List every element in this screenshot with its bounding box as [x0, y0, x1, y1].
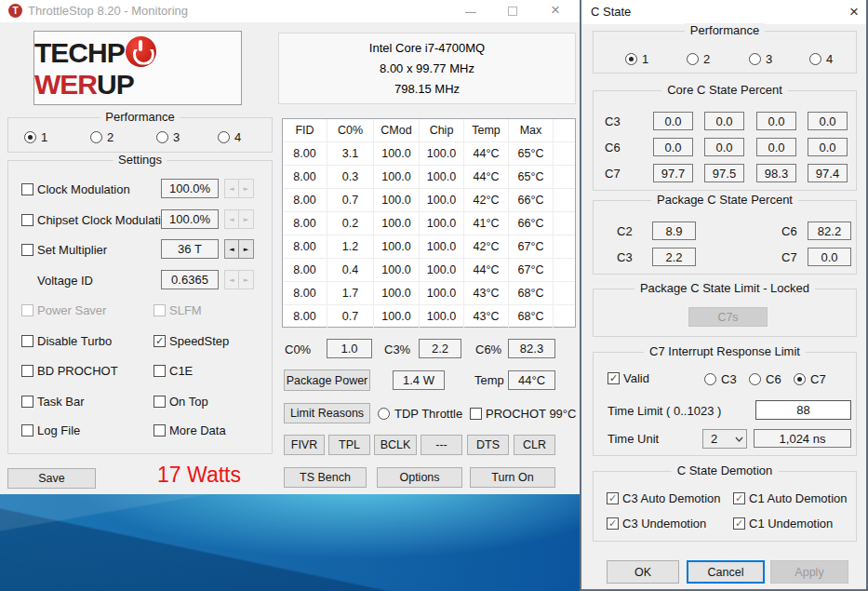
limit-reasons-button[interactable]: Limit Reasons: [284, 403, 370, 423]
radio-icon: [794, 373, 806, 385]
options-button[interactable]: Options: [377, 467, 462, 488]
minimize-icon[interactable]: [465, 12, 476, 13]
temp-label: Temp: [474, 373, 504, 387]
spin-left-icon[interactable]: ◄: [224, 179, 239, 198]
table-cell: 100.0: [420, 142, 464, 166]
radio-icon: [809, 53, 821, 65]
ok-button[interactable]: OK: [607, 560, 679, 584]
dts-button[interactable]: DTS: [467, 435, 509, 455]
irq-c7-radio[interactable]: C7: [794, 372, 826, 386]
spin-right-icon[interactable]: ►: [239, 239, 254, 259]
close-icon[interactable]: ×: [849, 4, 859, 20]
core-c6-value: 0.0: [704, 138, 744, 156]
dialog-title: C State: [591, 5, 631, 19]
maximize-icon[interactable]: [508, 7, 517, 16]
time-unit-dropdown[interactable]: 2: [702, 429, 747, 449]
demotion-group: C State Demotion: [593, 471, 857, 542]
table-cell: 100.0: [374, 142, 420, 166]
dlg-perf-radio-4[interactable]: 4: [809, 52, 833, 66]
log-file-checkbox[interactable]: Log File: [21, 423, 80, 437]
c3-value: 2.2: [419, 339, 461, 358]
radio-icon: [687, 53, 699, 65]
group-title: Core C State Percent: [661, 83, 788, 97]
turn-on-button[interactable]: Turn On: [470, 467, 555, 488]
table-cell: 66°C: [509, 212, 554, 235]
c3-auto-demotion-checkbox[interactable]: C3 Auto Demotion: [607, 491, 721, 505]
table-filler: [554, 282, 575, 305]
c1-undemotion-checkbox[interactable]: C1 Undemotion: [733, 517, 833, 531]
dlg-perf-radio-2[interactable]: 2: [687, 52, 710, 66]
chipset-clock-modulation-spinner[interactable]: ◄►: [224, 209, 254, 229]
group-title: Performance: [685, 23, 765, 37]
dlg-perf-radio-3[interactable]: 3: [749, 52, 772, 66]
table-cell: 0.7: [327, 189, 374, 212]
c3-undemotion-checkbox[interactable]: C3 Undemotion: [607, 517, 706, 531]
core-c3-value: 0.0: [756, 112, 796, 130]
perf-radio-3[interactable]: 3: [156, 130, 180, 144]
task-bar-checkbox[interactable]: Task Bar: [21, 395, 85, 409]
voltage-id-value: 0.6365: [161, 270, 219, 289]
c1-auto-demotion-checkbox[interactable]: C1 Auto Demotion: [733, 491, 848, 505]
voltage-id-label: Voltage ID: [37, 274, 93, 288]
tpl-button[interactable]: TPL: [328, 435, 370, 455]
titlebar[interactable]: T ThrottleStop 8.20 - Monitoring ×: [0, 0, 580, 22]
c-state-dialog: C State × Performance 1 2 3 4 Core C Sta…: [580, 0, 868, 591]
table-header-cell: Max: [509, 119, 554, 142]
dialog-titlebar[interactable]: C State ×: [581, 0, 866, 24]
irq-c6-radio[interactable]: C6: [749, 372, 781, 386]
clock-modulation-checkbox[interactable]: Clock Modulation: [21, 182, 130, 196]
prochot-checkbox[interactable]: PROCHOT 99°C: [470, 407, 576, 421]
package-watts-display: 17 Watts: [147, 463, 251, 488]
tdp-throttle-radio[interactable]: TDP Throttle: [378, 407, 462, 421]
chipset-clock-modulation-checkbox[interactable]: Chipset Clock Modulation: [21, 213, 174, 227]
cpu-info-panel: Intel Core i7-4700MQ 8.00 x 99.77 MHz 79…: [278, 33, 576, 104]
table-cell: 100.0: [420, 235, 464, 259]
close-icon[interactable]: ×: [551, 2, 560, 18]
perf-radio-4[interactable]: 4: [218, 130, 241, 144]
apply-button: Apply: [770, 560, 848, 584]
valid-checkbox[interactable]: Valid: [608, 371, 649, 385]
c1e-checkbox[interactable]: C1E: [154, 364, 193, 378]
cancel-button[interactable]: Cancel: [687, 560, 765, 584]
ts-bench-button[interactable]: TS Bench: [284, 467, 367, 488]
table-cell: 100.0: [374, 305, 420, 329]
irq-c3-radio[interactable]: C3: [704, 372, 737, 386]
table-cell: 8.00: [283, 212, 327, 235]
disable-turbo-checkbox[interactable]: Disable Turbo: [21, 334, 112, 348]
perf-radio-1[interactable]: 1: [24, 130, 47, 144]
table-cell: 43°C: [464, 305, 509, 329]
spin-right-icon[interactable]: ►: [239, 179, 254, 198]
save-button[interactable]: Save: [7, 468, 96, 489]
speedstep-checkbox[interactable]: SpeedStep: [154, 334, 229, 348]
package-power-button[interactable]: Package Power: [284, 369, 370, 391]
perf-radio-2[interactable]: 2: [90, 130, 114, 144]
set-multiplier-checkbox[interactable]: Set Multiplier: [21, 243, 107, 257]
spin-left-icon[interactable]: ◄: [224, 209, 239, 229]
clr-button[interactable]: CLR: [514, 435, 555, 455]
on-top-checkbox[interactable]: On Top: [154, 395, 208, 409]
table-filler: [554, 305, 575, 329]
group-title: Package C State Percent: [651, 193, 798, 207]
time-limit-input[interactable]: 88: [755, 400, 851, 420]
fivr-button[interactable]: FIVR: [284, 435, 325, 455]
checkbox-icon: [21, 335, 33, 347]
set-multiplier-spinner[interactable]: ◄►: [224, 239, 254, 259]
performance-group-title: Performance: [100, 110, 180, 124]
radio-icon: [156, 131, 168, 143]
bclk-button[interactable]: BCLK: [374, 435, 417, 455]
core-c7-value: 97.4: [808, 164, 848, 182]
bd-prochot-checkbox[interactable]: BD PROCHOT: [21, 364, 118, 378]
more-data-checkbox[interactable]: More Data: [154, 423, 226, 437]
table-cell: 8.00: [283, 189, 327, 212]
spin-right-icon[interactable]: ►: [239, 209, 254, 229]
pkg-c7-value: 0.0: [808, 248, 851, 266]
spin-left-icon[interactable]: ◄: [224, 239, 239, 259]
table-cell: 43°C: [464, 282, 509, 305]
table-cell: 100.0: [420, 189, 464, 212]
dash-button[interactable]: ---: [421, 435, 462, 455]
checkbox-icon: [607, 517, 619, 530]
clock-modulation-spinner[interactable]: ◄►: [224, 179, 254, 198]
set-multiplier-value: 36 T: [161, 239, 219, 259]
dlg-perf-radio-1[interactable]: 1: [625, 52, 648, 66]
table-header-cell: C0%: [327, 119, 374, 142]
